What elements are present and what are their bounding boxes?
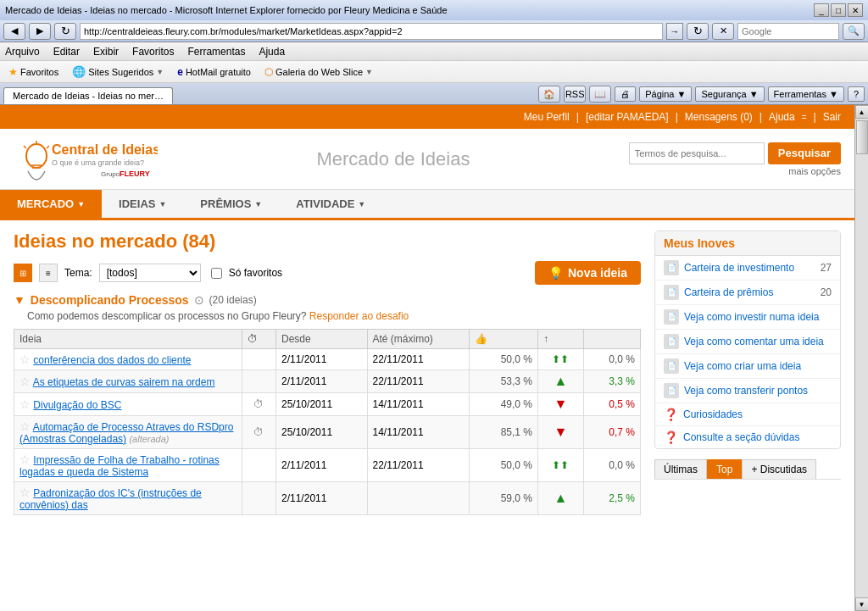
menu-editar[interactable]: Editar — [53, 46, 80, 58]
nav-ideias-dropdown: ▼ — [159, 200, 166, 208]
pct-cell-5: 59,0 % — [470, 482, 538, 515]
ferramentas-button[interactable]: Ferramentas ▼ — [768, 86, 844, 102]
sidebar-item-6[interactable]: ❓ Curiosidades — [655, 403, 840, 426]
nova-ideia-button[interactable]: 💡 Nova ideia — [535, 261, 641, 285]
star-icon[interactable]: ☆ — [19, 486, 31, 499]
pct-cell-3: 85,1 % — [470, 416, 538, 449]
maximize-button[interactable]: □ — [831, 3, 846, 17]
hotmail-item[interactable]: e HotMail gratuito — [174, 64, 254, 80]
sidebar-item-2[interactable]: 📄 Veja como investir numa ideia — [655, 305, 840, 330]
help-button[interactable]: ? — [848, 86, 865, 102]
list-view-button[interactable]: ≡ — [39, 264, 58, 282]
nav-atividade[interactable]: ATIVIDADE ▼ — [279, 190, 382, 218]
idea-link-0[interactable]: conferêrencia dos dados do cliente — [33, 354, 191, 366]
menu-favoritos[interactable]: Favoritos — [132, 46, 174, 58]
challenge-title[interactable]: Descomplicando Processos — [31, 293, 189, 307]
clock-cell-5 — [242, 482, 275, 515]
menu-arquivo[interactable]: Arquivo — [5, 46, 40, 58]
sidebar-item-4[interactable]: 📄 Veja como criar uma ideia — [655, 354, 840, 379]
favorites-button[interactable]: ★ Favoritos — [5, 64, 62, 80]
idea-link-1[interactable]: As etiquetas de curvas sairem na ordem — [33, 376, 215, 388]
idea-link-5[interactable]: Padronização dos IC's (instruções de con… — [19, 487, 202, 511]
sidebar-item-5[interactable]: 📄 Veja como transferir pontos — [655, 379, 840, 403]
close-button[interactable]: ✕ — [848, 3, 863, 17]
tema-select[interactable]: [todos] — [99, 264, 201, 282]
grid-view-button[interactable]: ⊞ — [14, 264, 32, 282]
search-browser-button[interactable]: 🔍 — [843, 23, 865, 40]
editar-link[interactable]: [editar PAMAEDA] — [586, 111, 669, 123]
tab-top[interactable]: Top — [707, 459, 742, 479]
sidebar-item-0[interactable]: 📄 Carteira de investimento 27 — [655, 256, 840, 281]
sair-link[interactable]: Sair — [823, 111, 841, 123]
challenge-respond-link[interactable]: Responder ao desafio — [309, 310, 409, 322]
star-icon[interactable]: ☆ — [19, 419, 31, 433]
sidebar-item-7[interactable]: ❓ Consulte a seção dúvidas — [655, 426, 840, 448]
sites-sugeridos[interactable]: 🌐 Sites Sugeridos ▼ — [69, 64, 167, 80]
meu-perfil-link[interactable]: Meu Perfil — [524, 111, 570, 123]
th-pct: 👍 — [470, 330, 538, 349]
sidebar-item-icon: 📄 — [664, 260, 679, 275]
sites-sugeridos-label: Sites Sugeridos — [88, 67, 153, 77]
tab-discutidas[interactable]: + Discutidas — [742, 459, 816, 479]
minimize-button[interactable]: _ — [814, 3, 829, 17]
pagina-button[interactable]: Página ▼ — [639, 86, 692, 102]
galeria-item[interactable]: ⬡ Galeria do Web Slice ▼ — [261, 64, 376, 80]
menu-ajuda[interactable]: Ajuda — [259, 46, 285, 58]
search-button[interactable]: Pesquisar — [768, 142, 841, 164]
star-icon[interactable]: ☆ — [19, 453, 31, 466]
sidebar-item-3[interactable]: 📄 Veja como comentar uma ideia — [655, 330, 840, 354]
browser-search-input[interactable] — [737, 23, 839, 40]
challenge-toggle[interactable]: ▼ — [14, 293, 25, 307]
svg-text:O que é uma grande ideia?: O que é uma grande ideia? — [52, 158, 144, 167]
scrollbar[interactable]: ▲ ▼ — [854, 105, 868, 611]
mensagens-link[interactable]: Mensagens (0) — [685, 111, 753, 123]
menu-exibir[interactable]: Exibir — [93, 46, 119, 58]
active-tab[interactable]: Mercado de Ideias - Ideias no mercado — [3, 87, 173, 104]
rss-button[interactable]: RSS — [564, 86, 586, 103]
mais-opcoes-link[interactable]: mais opções — [788, 166, 841, 176]
refresh-button[interactable]: ↻ — [54, 23, 76, 40]
menu-ferramentas[interactable]: Ferramentas — [187, 46, 245, 58]
tab-ultimas[interactable]: Últimas — [654, 459, 707, 479]
nav-ideias[interactable]: IDEIAS ▼ — [102, 190, 183, 218]
search-input[interactable] — [629, 142, 765, 164]
refresh-icon[interactable]: ↻ — [687, 23, 709, 40]
challenge-header: ▼ Descomplicando Processos ⊙ (20 ideias) — [14, 293, 641, 307]
scroll-down-arrow[interactable]: ▼ — [855, 597, 869, 611]
go-button[interactable]: → — [666, 23, 683, 40]
clock-cell-0 — [242, 349, 275, 370]
challenge-desc-text: Como podemos descomplicar os processos n… — [27, 310, 306, 322]
idea-link-3[interactable]: Automação de Processo Atraves do RSDpro … — [19, 421, 233, 445]
ideas-table: Ideia ⏱ Desde Até (máximo) 👍 ↑ ☆ conferê… — [14, 329, 641, 515]
star-icon[interactable]: ☆ — [19, 375, 31, 388]
nav-premios[interactable]: PRÊMIOS ▼ — [183, 190, 279, 218]
scroll-up-arrow[interactable]: ▲ — [855, 105, 869, 119]
scroll-thumb[interactable] — [856, 120, 868, 154]
clock-cell-3: ⏱ — [242, 416, 275, 449]
ajuda-link[interactable]: Ajuda — [769, 111, 795, 123]
home-button[interactable]: 🏠 — [538, 86, 560, 103]
galeria-dropdown-icon: ▼ — [365, 68, 373, 76]
idea-link-4[interactable]: Impressão de Folha de Trabalho - rotinas… — [19, 454, 220, 478]
pct-value: 59,0 % — [501, 492, 532, 504]
nav-mercado[interactable]: MERCADO ▼ — [0, 190, 102, 218]
forward-button[interactable]: ▶ — [29, 23, 51, 40]
idea-link-2[interactable]: Divulgação do BSC — [33, 399, 121, 411]
back-button[interactable]: ◀ — [3, 23, 25, 40]
sidebar-item-1[interactable]: 📄 Carteira de prêmios 20 — [655, 281, 840, 305]
so-favoritos-checkbox[interactable] — [211, 268, 222, 279]
sidebar-item-count: 20 — [821, 286, 832, 298]
address-input[interactable] — [80, 23, 663, 40]
pct-cell-2: 49,0 % — [470, 393, 538, 416]
window-controls[interactable]: _ □ ✕ — [814, 3, 863, 17]
read-button[interactable]: 📖 — [589, 86, 611, 103]
scroll-track[interactable] — [855, 119, 868, 597]
star-icon[interactable]: ☆ — [19, 353, 31, 366]
arrow-cell-3: ▼ — [538, 416, 584, 449]
tab-toolbar: 🏠 RSS 📖 🖨 Página ▼ Segurança ▼ Ferrament… — [538, 86, 865, 104]
star-icon[interactable]: ☆ — [19, 397, 31, 411]
stop-button[interactable]: ✕ — [712, 23, 734, 40]
seguranca-button[interactable]: Segurança ▼ — [695, 86, 764, 102]
print-button[interactable]: 🖨 — [615, 86, 636, 102]
galeria-icon: ⬡ — [264, 66, 273, 78]
